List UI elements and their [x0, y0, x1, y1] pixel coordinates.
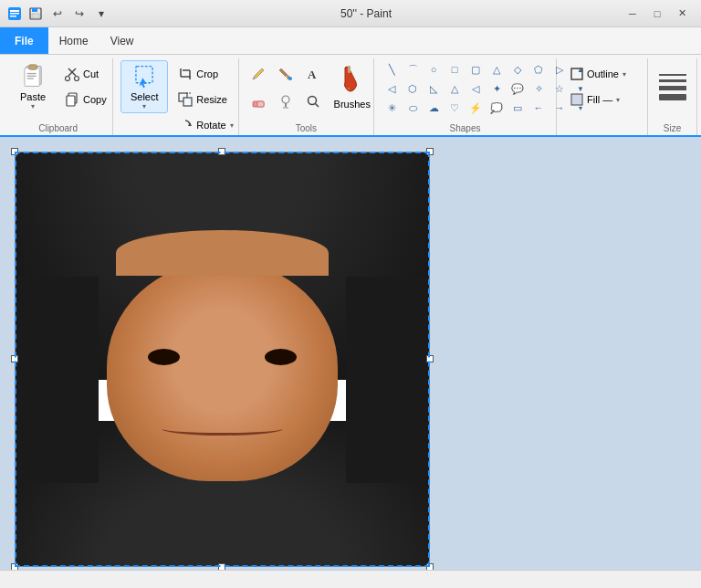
shape-starburst-btn[interactable]: ✳ [382, 99, 402, 117]
resize-button[interactable]: Resize [172, 88, 239, 111]
size-line-3[interactable] [659, 86, 686, 90]
rotate-button[interactable]: Rotate ▾ [172, 113, 239, 137]
fill-button[interactable]: Fill — ▾ [564, 88, 633, 111]
svg-rect-3 [10, 16, 16, 17]
svg-rect-6 [32, 14, 39, 18]
redo-quick-btn[interactable]: ↪ [69, 4, 89, 24]
clipboard-label: Clipboard [11, 123, 105, 135]
shape-curve-btn[interactable]: ⌒ [403, 60, 423, 79]
svg-point-33 [282, 96, 289, 103]
outline-fill-group: Outline ▾ Fill — ▾ [557, 58, 648, 135]
handle-top-center[interactable] [218, 148, 225, 155]
shape-penta-btn[interactable]: ⬠ [528, 60, 549, 79]
brushes-button[interactable]: Brushes [329, 60, 376, 113]
file-menu[interactable]: File [0, 27, 48, 54]
magnifier-button[interactable] [301, 89, 325, 113]
handle-top-right[interactable] [426, 148, 434, 155]
maximize-button[interactable]: □ [645, 4, 669, 24]
left-eye [148, 349, 180, 365]
tools-row-1: A [246, 62, 325, 86]
shape-callout-btn[interactable]: 💬 [507, 79, 528, 98]
title-bar: ↩ ↪ ▾ 50'' - Paint ─ □ ✕ [0, 0, 701, 27]
shape-oval2-btn[interactable]: ⬭ [403, 99, 423, 117]
shape-diagonal-btn[interactable]: ╲ [382, 60, 402, 79]
size-line-4[interactable] [659, 94, 686, 100]
canvas-area[interactable] [0, 137, 701, 570]
canvas-wrapper [15, 152, 430, 567]
svg-rect-8 [25, 68, 39, 86]
handle-bottom-left[interactable] [11, 563, 18, 570]
cut-button[interactable]: Cut [58, 62, 113, 86]
outline-group-label [564, 133, 640, 135]
eraser-button[interactable] [246, 89, 270, 113]
shape-rect-btn[interactable]: □ [445, 60, 465, 79]
svg-rect-2 [10, 13, 19, 15]
colorpicker-button[interactable] [274, 89, 298, 113]
fill-label: Fill — [587, 94, 612, 105]
crop-button[interactable]: Crop [172, 62, 239, 86]
shape-diamond-btn[interactable]: ◇ [507, 60, 528, 79]
outline-button[interactable]: Outline ▾ [564, 62, 633, 86]
shape-oval-btn[interactable]: ○ [424, 60, 444, 79]
brushes-icon [338, 64, 367, 97]
shape-heart-btn[interactable]: ♡ [445, 99, 465, 117]
minimize-button[interactable]: ─ [621, 4, 644, 24]
copy-label: Copy [83, 94, 107, 105]
handle-bottom-center[interactable] [218, 563, 225, 570]
svg-point-29 [288, 77, 292, 80]
svg-rect-32 [257, 101, 264, 107]
shape-arrow-up-btn[interactable]: △ [445, 79, 465, 98]
svg-line-37 [315, 104, 319, 108]
paste-button[interactable]: Paste ▾ [11, 60, 55, 113]
undo-quick-btn[interactable]: ↩ [47, 4, 68, 24]
image-small-buttons: Crop Resize Rotate ▾ [172, 62, 239, 137]
shape-tri2-btn[interactable]: ◁ [382, 79, 402, 98]
close-button[interactable]: ✕ [670, 4, 694, 24]
shape-right-tri-btn[interactable]: ◺ [424, 79, 444, 98]
shape-lightning-btn[interactable]: ⚡ [466, 99, 486, 117]
shape-triangle-btn[interactable]: △ [487, 60, 507, 79]
view-menu[interactable]: View [99, 27, 145, 54]
select-dropdown-arrow: ▾ [142, 102, 146, 110]
text-button[interactable]: A [301, 62, 325, 86]
svg-rect-5 [32, 8, 37, 12]
home-menu[interactable]: Home [48, 27, 99, 54]
size-label: Size [655, 123, 689, 135]
cut-icon [65, 67, 79, 81]
shape-left-arrow-btn[interactable]: ← [528, 99, 549, 117]
svg-point-15 [66, 77, 70, 81]
customize-quick-btn[interactable]: ▾ [91, 4, 111, 24]
handle-bottom-right[interactable] [426, 563, 434, 570]
handle-mid-right[interactable] [426, 355, 434, 362]
svg-rect-25 [183, 98, 192, 106]
svg-rect-40 [571, 94, 582, 105]
shape-rounded-btn[interactable]: ▢ [466, 60, 486, 79]
hijab-right [346, 277, 429, 484]
rotate-label: Rotate [196, 120, 225, 131]
size-line-2[interactable] [659, 79, 686, 82]
handle-mid-left[interactable] [11, 355, 18, 362]
rotate-arrow: ▾ [230, 121, 234, 130]
svg-rect-35 [283, 107, 288, 109]
shape-hexa-btn[interactable]: ⬡ [403, 79, 423, 98]
outline-icon [570, 68, 583, 80]
select-label: Select [131, 91, 159, 102]
handle-top-left[interactable] [11, 148, 18, 155]
select-button[interactable]: Select ▾ [120, 60, 168, 113]
shape-4arrow-btn[interactable]: ✦ [487, 79, 507, 98]
shape-rect2-btn[interactable]: ▭ [507, 99, 528, 117]
shape-star4-btn[interactable]: ✧ [528, 79, 549, 98]
shape-callout2-btn[interactable]: 💭 [487, 99, 507, 117]
outline-label: Outline [587, 68, 619, 79]
svg-point-36 [308, 97, 316, 105]
pencil-button[interactable] [246, 62, 270, 86]
size-line-1[interactable] [659, 74, 686, 76]
copy-button[interactable]: Copy [58, 88, 113, 111]
save-quick-btn[interactable] [26, 4, 46, 24]
shape-cloud-btn[interactable]: ☁ [424, 99, 444, 117]
canvas-image[interactable] [15, 152, 430, 567]
shapes-label: Shapes [382, 123, 549, 135]
svg-rect-1 [10, 10, 19, 12]
shape-arrow-left-btn[interactable]: ◁ [466, 79, 486, 98]
fill-tool-button[interactable] [274, 62, 298, 86]
